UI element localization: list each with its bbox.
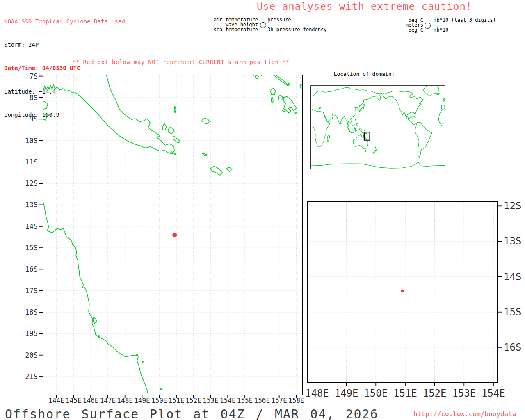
lat-tick-label: 14S	[25, 222, 38, 231]
lat-tick-label: 12S	[504, 200, 521, 212]
coastline	[271, 88, 276, 95]
coastline	[173, 136, 180, 143]
lon-tick-label: 149E	[134, 397, 150, 404]
lon-tick-label: 147E	[100, 397, 116, 404]
coastline	[448, 105, 452, 108]
plot-title: Offshore Surface Plot at 04Z / MAR 04, 2…	[5, 407, 379, 420]
coastline	[352, 125, 355, 130]
coastline	[162, 124, 167, 130]
coastline	[43, 101, 48, 110]
units-pressure-tendency-label: mb*10	[434, 27, 448, 33]
lon-tick-label: 154E	[482, 388, 505, 399]
storm-position-dot	[401, 290, 404, 292]
lon-tick-label: 152E	[185, 397, 201, 404]
storm-id-text: Storm: 24P	[4, 41, 128, 49]
coastline	[441, 105, 445, 109]
lon-tick-label: 158E	[288, 397, 304, 404]
coastline	[356, 119, 356, 121]
coastline	[373, 150, 376, 153]
coastline	[226, 167, 232, 171]
coastline	[423, 84, 439, 96]
coastline	[327, 135, 330, 142]
lon-tick-label: 148E	[305, 388, 329, 399]
coastline	[356, 123, 358, 126]
coastline	[168, 127, 174, 134]
lon-tick-label: 153E	[452, 388, 476, 399]
lon-tick-label: 148E	[117, 397, 133, 404]
lon-tick-label: 145E	[66, 397, 82, 404]
lat-tick-label: 12S	[25, 179, 38, 187]
coastline	[288, 83, 290, 84]
coastline	[283, 96, 296, 113]
lat-tick-label: 14S	[504, 271, 521, 283]
storm-position-dot	[172, 233, 177, 237]
storm-datetime-text: Date/Time: 04/0530 UTC	[4, 64, 128, 72]
lat-tick-label: 16S	[504, 342, 521, 353]
coastline	[93, 317, 96, 323]
world-inset-map	[311, 86, 445, 169]
coastline	[353, 134, 368, 149]
lon-tick-label: 153E	[203, 397, 219, 404]
lat-tick-label: 21S	[25, 372, 38, 381]
lat-tick-label: 13S	[504, 235, 521, 247]
legend-pressure-tendency-label: 3h pressure tendency	[267, 27, 327, 32]
coastline	[272, 74, 289, 86]
units-pressure-label: mb*10 (last 3 digits)	[434, 17, 496, 23]
coastline	[355, 128, 356, 131]
lat-tick-label: 15S	[504, 306, 521, 318]
lat-tick-label: 19S	[25, 329, 38, 338]
coastline	[413, 116, 416, 117]
lon-tick-label: 149E	[335, 388, 358, 399]
units-sea-temperature-label: deg C	[409, 27, 423, 33]
source-url-link[interactable]: http://coolwx.com/buoydata	[413, 410, 516, 418]
lon-tick-label: 154E	[220, 397, 236, 404]
lat-tick-label: 11S	[25, 158, 38, 166]
coastline	[255, 75, 258, 79]
coastline	[98, 336, 100, 338]
lon-tick-label: 146E	[83, 397, 99, 404]
station-circle-icon	[260, 22, 266, 28]
lat-tick-label: 10S	[25, 137, 38, 145]
zoom-domain-map	[308, 202, 498, 383]
lon-tick-label: 144E	[48, 397, 64, 404]
coastline	[160, 388, 162, 390]
lat-tick-label: 7S	[30, 72, 38, 80]
coastline	[202, 153, 208, 156]
lon-tick-label: 157E	[271, 397, 287, 404]
station-circle-icon	[425, 23, 431, 29]
coastline	[311, 126, 318, 147]
lon-tick-label: 152E	[423, 388, 447, 399]
lat-tick-label: 20S	[25, 351, 38, 359]
lat-tick-label: 17S	[25, 287, 38, 295]
coastline	[438, 110, 445, 126]
coastline	[319, 107, 321, 109]
lon-tick-label: 156E	[254, 397, 270, 404]
offshore-surface-plot: NOAA SSD Tropical Cyclone Data Used: Sto…	[0, 0, 525, 420]
coastline	[136, 354, 138, 356]
lat-tick-label: 15S	[25, 244, 38, 252]
coastline	[318, 112, 330, 147]
coastline	[174, 153, 176, 155]
coastline	[271, 98, 273, 103]
caution-banner: Use analyses with extreme caution!	[257, 1, 472, 12]
coastline	[350, 132, 354, 133]
coastline	[375, 147, 377, 151]
coastline	[383, 91, 423, 119]
lon-tick-label: 151E	[169, 397, 185, 404]
lon-tick-label: 155E	[237, 397, 253, 404]
coastline	[311, 162, 445, 168]
lat-tick-label: 18S	[25, 308, 38, 316]
legend-pressure-label: pressure	[267, 17, 291, 23]
coastline	[43, 74, 174, 154]
lat-tick-label: 16S	[25, 265, 38, 273]
map-frame	[311, 86, 445, 169]
coastline	[283, 108, 285, 112]
data-source-title: NOAA SSD Tropical Cyclone Data Used:	[4, 18, 128, 25]
coastline	[443, 98, 445, 101]
coastline	[365, 150, 366, 151]
coastline	[174, 106, 176, 113]
lat-tick-label: 13S	[25, 201, 38, 209]
coastline	[142, 361, 144, 363]
coastline	[43, 201, 148, 396]
storm-position-warning: ** Red dot below may NOT represent CURRE…	[72, 59, 290, 65]
